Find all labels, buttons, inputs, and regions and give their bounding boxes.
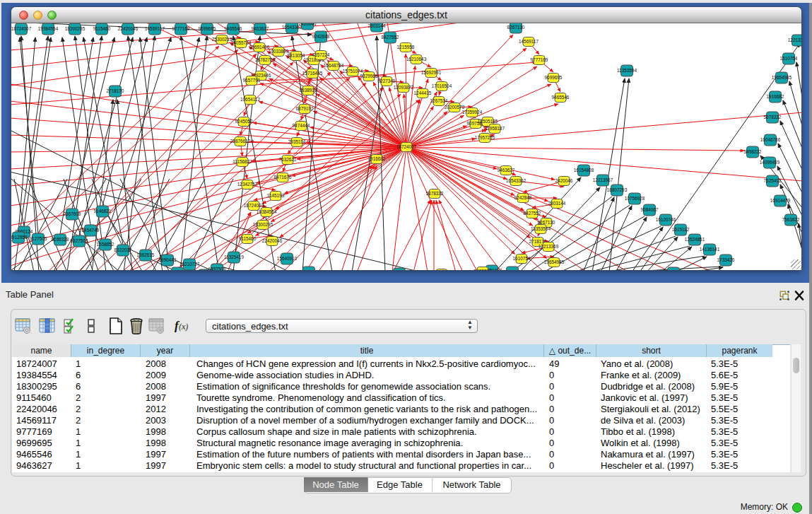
svg-text:1610754: 1610754	[513, 256, 531, 261]
svg-text:1916682: 1916682	[368, 156, 386, 161]
svg-text:11325419: 11325419	[224, 255, 244, 259]
svg-text:15751074: 15751074	[343, 69, 363, 74]
svg-text:1362615: 1362615	[137, 252, 155, 257]
svg-text:17957255: 17957255	[475, 135, 495, 140]
svg-text:25300213: 25300213	[212, 37, 233, 42]
svg-text:8186328: 8186328	[52, 237, 69, 242]
svg-text:6990443: 6990443	[159, 257, 177, 262]
svg-text:5498222: 5498222	[744, 149, 762, 154]
svg-text:12505185: 12505185	[478, 119, 498, 124]
svg-text:9127505: 9127505	[30, 236, 47, 241]
svg-text:16210643: 16210643	[406, 57, 427, 62]
svg-text:11156827: 11156827	[233, 159, 252, 164]
svg-text:18724007: 18724007	[396, 144, 417, 149]
svg-text:17016504: 17016504	[432, 83, 452, 88]
svg-text:6497508: 6497508	[208, 267, 226, 270]
svg-text:9146821: 9146821	[94, 209, 112, 214]
svg-text:9777169: 9777169	[531, 57, 548, 62]
svg-text:18300295: 18300295	[65, 26, 86, 31]
svg-text:2420046: 2420046	[299, 23, 317, 26]
svg-text:9699695: 9699695	[199, 26, 216, 31]
svg-text:16046786: 16046786	[760, 137, 781, 142]
svg-text:13524851: 13524851	[685, 237, 705, 242]
svg-text:14569117: 14569117	[519, 39, 539, 44]
svg-text:10033809: 10033809	[269, 49, 289, 54]
svg-text:9474444: 9474444	[293, 123, 310, 128]
svg-text:10654112: 10654112	[240, 97, 260, 102]
svg-text:1916682: 1916682	[767, 94, 784, 99]
svg-text:20691406: 20691406	[249, 45, 270, 49]
svg-text:9115460: 9115460	[239, 236, 257, 241]
svg-text:2803144: 2803144	[548, 201, 566, 206]
svg-text:9463627: 9463627	[252, 26, 269, 31]
svg-text:2935114: 2935114	[288, 139, 306, 144]
svg-text:12213967: 12213967	[593, 177, 613, 182]
svg-text:8471676: 8471676	[274, 175, 292, 180]
svg-text:16120746: 16120746	[656, 217, 676, 222]
svg-text:16154808: 16154808	[574, 168, 594, 173]
svg-text:15716485: 15716485	[302, 71, 323, 76]
svg-text:15692991: 15692991	[421, 70, 442, 75]
svg-text:9115460: 9115460	[93, 26, 111, 31]
svg-text:9227349: 9227349	[378, 78, 396, 83]
svg-text:19654985: 19654985	[772, 75, 792, 80]
svg-text:2420046: 2420046	[555, 178, 573, 183]
svg-text:16543362: 16543362	[506, 178, 526, 183]
svg-text:10973493: 10973493	[299, 269, 319, 270]
svg-text:14569117: 14569117	[145, 26, 165, 31]
svg-text:9465546: 9465546	[225, 26, 242, 31]
svg-text:19654985: 19654985	[544, 259, 565, 264]
svg-text:8938918: 8938918	[300, 88, 317, 93]
svg-text:1244415: 1244415	[414, 90, 432, 95]
svg-text:18210737: 18210737	[180, 262, 200, 267]
svg-text:9699695: 9699695	[545, 75, 563, 80]
svg-text:14099489: 14099489	[760, 160, 780, 165]
svg-text:8267130: 8267130	[507, 25, 525, 30]
svg-text:18724007: 18724007	[11, 26, 32, 31]
svg-text:8813054: 8813054	[288, 53, 305, 58]
svg-text:1733426: 1733426	[717, 257, 735, 262]
svg-text:1610754: 1610754	[780, 56, 798, 61]
svg-text:7625402: 7625402	[764, 178, 782, 183]
svg-text:6879197: 6879197	[296, 106, 314, 111]
svg-text:7632621: 7632621	[279, 157, 297, 162]
svg-text:5878332: 5878332	[764, 115, 782, 119]
svg-text:16914479: 16914479	[770, 198, 791, 203]
svg-text:1615112: 1615112	[672, 227, 690, 232]
svg-text:2367608: 2367608	[64, 211, 81, 216]
svg-text:9465546: 9465546	[552, 95, 570, 100]
svg-text:9245052: 9245052	[235, 119, 253, 124]
svg-text:18807293: 18807293	[607, 187, 628, 192]
svg-text:9777169: 9777169	[172, 26, 190, 31]
svg-text:18300295: 18300295	[253, 222, 273, 227]
svg-text:9242848: 9242848	[312, 34, 330, 39]
svg-text:9329966: 9329966	[360, 74, 378, 78]
svg-text:9657791: 9657791	[243, 78, 261, 83]
svg-text:20876612: 20876612	[230, 139, 251, 144]
svg-text:5498222: 5498222	[474, 269, 492, 270]
svg-text:19384554: 19384554	[38, 26, 59, 31]
svg-text:9463627: 9463627	[498, 168, 515, 173]
svg-text:8427552: 8427552	[382, 35, 399, 40]
svg-text:1267534: 1267534	[430, 98, 448, 103]
svg-text:1215958: 1215958	[397, 45, 415, 49]
svg-text:7563822: 7563822	[782, 217, 800, 222]
svg-text:12213369: 12213369	[788, 37, 801, 42]
svg-text:2803144: 2803144	[368, 23, 386, 28]
svg-text:9084067: 9084067	[641, 207, 659, 212]
svg-text:11353594: 11353594	[531, 226, 551, 231]
svg-text:16782759: 16782759	[255, 57, 276, 62]
svg-text:12093872: 12093872	[394, 85, 414, 90]
svg-text:1145193: 1145193	[267, 193, 285, 198]
svg-text:20200578: 20200578	[445, 105, 465, 110]
svg-text:15640910: 15640910	[277, 256, 298, 261]
svg-text:22420046: 22420046	[262, 238, 283, 243]
svg-text:24055724: 24055724	[231, 40, 252, 45]
svg-text:12342757: 12342757	[237, 182, 258, 187]
svg-text:8454749: 8454749	[82, 228, 100, 233]
svg-text:5878332: 5878332	[426, 191, 444, 196]
svg-text:17359924: 17359924	[462, 110, 483, 115]
svg-text:22420046: 22420046	[118, 26, 139, 31]
svg-text:10688609: 10688609	[502, 269, 523, 270]
svg-text:2718170: 2718170	[107, 88, 124, 93]
